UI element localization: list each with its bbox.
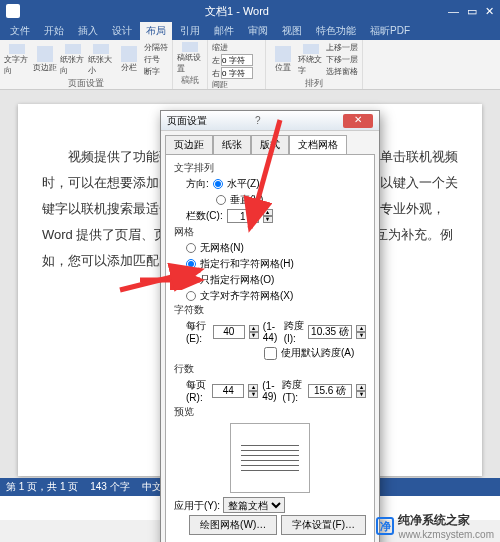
tab-view[interactable]: 视图 xyxy=(276,22,308,40)
watermark-url: www.kzmsystem.com xyxy=(398,529,494,540)
wrap-button[interactable]: 环绕文字 xyxy=(298,44,324,76)
section-lines: 行数 xyxy=(174,362,366,376)
dialog-title: 页面设置 xyxy=(167,114,255,128)
breaks-button[interactable]: 分隔符 xyxy=(144,42,168,53)
section-chars: 字符数 xyxy=(174,303,366,317)
tab-special[interactable]: 特色功能 xyxy=(310,22,362,40)
grid-lines-radio[interactable] xyxy=(186,275,196,285)
manuscript-button[interactable]: 稿纸设置 xyxy=(177,42,203,74)
char-pitch-label: 跨度(I): xyxy=(284,319,304,344)
tab-layout[interactable]: 布局 xyxy=(140,22,172,40)
direction-horizontal-radio[interactable] xyxy=(213,179,223,189)
indent-left-input[interactable] xyxy=(221,54,253,66)
draw-grid-button[interactable]: 绘图网格(W)… xyxy=(189,515,277,535)
preview-box xyxy=(230,423,310,493)
watermark-logo-icon: 净 xyxy=(376,517,394,535)
indent-right-label: 右 xyxy=(212,68,220,79)
dialog-tab-margins[interactable]: 页边距 xyxy=(165,135,213,154)
char-pitch-input[interactable] xyxy=(308,325,352,339)
per-page-range: (1-49) xyxy=(262,380,278,402)
columns-input[interactable] xyxy=(227,209,259,223)
close-button[interactable]: ✕ xyxy=(485,5,494,18)
per-page-input[interactable] xyxy=(212,384,244,398)
grid-chars-radio[interactable] xyxy=(186,259,196,269)
line-pitch-label: 跨度(T): xyxy=(282,378,304,403)
dialog-title-bar[interactable]: 页面设置 ? ✕ xyxy=(161,111,379,131)
direction-vertical-radio[interactable] xyxy=(216,195,226,205)
columns-button[interactable]: 分栏 xyxy=(116,44,142,76)
dialog-tab-layout[interactable]: 版式 xyxy=(251,135,289,154)
per-page-label: 每页(R): xyxy=(186,378,208,403)
per-line-range: (1-44) xyxy=(263,321,280,343)
status-page[interactable]: 第 1 页，共 1 页 xyxy=(6,480,78,494)
tab-references[interactable]: 引用 xyxy=(174,22,206,40)
group-arrange-label: 排列 xyxy=(270,77,358,90)
font-settings-button[interactable]: 字体设置(F)… xyxy=(281,515,366,535)
dialog-tab-paper[interactable]: 纸张 xyxy=(213,135,251,154)
text-direction-button[interactable]: 文字方向 xyxy=(4,44,30,76)
tab-foxit[interactable]: 福昕PDF xyxy=(364,22,416,40)
use-default-pitch-checkbox[interactable] xyxy=(264,347,277,360)
size-button[interactable]: 纸张大小 xyxy=(88,44,114,76)
window-title: 文档1 - Word xyxy=(26,4,448,19)
indent-label: 缩进 xyxy=(212,42,228,53)
ribbon-tabs: 文件 开始 插入 设计 布局 引用 邮件 审阅 视图 特色功能 福昕PDF xyxy=(0,22,500,40)
per-line-input[interactable] xyxy=(213,325,245,339)
tab-home[interactable]: 开始 xyxy=(38,22,70,40)
indent-right-input[interactable] xyxy=(221,67,253,79)
selpane-button[interactable]: 选择窗格 xyxy=(326,66,358,77)
dialog-close-button[interactable]: ✕ xyxy=(343,114,373,128)
line-pitch-input[interactable] xyxy=(308,384,352,398)
position-button[interactable]: 位置 xyxy=(270,44,296,76)
orientation-button[interactable]: 纸张方向 xyxy=(60,44,86,76)
section-preview: 预览 xyxy=(174,405,366,419)
page-setup-dialog: 页面设置 ? ✕ 页边距 纸张 版式 文档网格 文字排列 方向: 水平(Z) 垂… xyxy=(160,110,380,542)
word-icon xyxy=(6,4,20,18)
group-page-setup-label: 页面设置 xyxy=(4,77,168,90)
dialog-tab-grid[interactable]: 文档网格 xyxy=(289,135,347,154)
group-manuscript-label: 稿纸 xyxy=(177,74,203,87)
apply-to-label: 应用于(Y): xyxy=(174,500,220,511)
per-line-label: 每行(E): xyxy=(186,319,209,344)
hyphen-button[interactable]: 断字 xyxy=(144,66,168,77)
margins-button[interactable]: 页边距 xyxy=(32,44,58,76)
forward-button[interactable]: 上移一层 xyxy=(326,42,358,53)
status-words[interactable]: 143 个字 xyxy=(90,480,129,494)
section-text-layout: 文字排列 xyxy=(174,161,366,175)
tab-file[interactable]: 文件 xyxy=(4,22,36,40)
grid-align-radio[interactable] xyxy=(186,291,196,301)
maximize-button[interactable]: ▭ xyxy=(467,5,477,18)
columns-label: 栏数(C): xyxy=(186,209,223,223)
direction-label: 方向: xyxy=(186,177,209,191)
section-grid: 网格 xyxy=(174,225,366,239)
ribbon: 文字方向 页边距 纸张方向 纸张大小 分栏 分隔符 行号 断字 页面设置 稿纸设… xyxy=(0,40,500,90)
tab-review[interactable]: 审阅 xyxy=(242,22,274,40)
watermark-brand: 纯净系统之家 xyxy=(398,512,494,529)
tab-mailings[interactable]: 邮件 xyxy=(208,22,240,40)
indent-left-label: 左 xyxy=(212,55,220,66)
grid-none-radio[interactable] xyxy=(186,243,196,253)
minimize-button[interactable]: — xyxy=(448,5,459,18)
title-bar: 文档1 - Word — ▭ ✕ xyxy=(0,0,500,22)
spacing-label: 间距 xyxy=(212,79,228,90)
watermark: 净 纯净系统之家 www.kzmsystem.com xyxy=(376,512,494,540)
backward-button[interactable]: 下移一层 xyxy=(326,54,358,65)
tab-design[interactable]: 设计 xyxy=(106,22,138,40)
tab-insert[interactable]: 插入 xyxy=(72,22,104,40)
linenum-button[interactable]: 行号 xyxy=(144,54,168,65)
apply-to-select[interactable]: 整篇文档 xyxy=(223,497,285,513)
